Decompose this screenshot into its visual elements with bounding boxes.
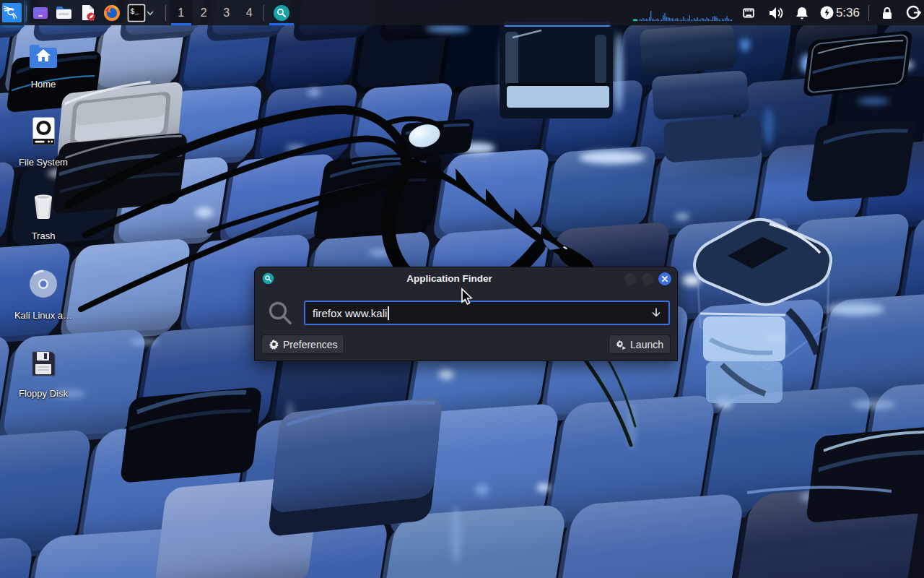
svg-text:$_: $_ bbox=[131, 8, 140, 16]
